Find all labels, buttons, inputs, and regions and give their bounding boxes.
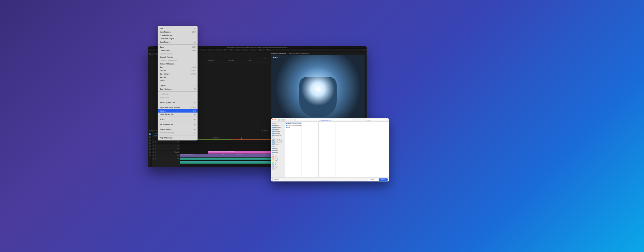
workspace-tab-audio[interactable]: Audio: [237, 49, 240, 51]
finder-row[interactable]: Old: [285, 126, 302, 128]
menu-item-close-all-other-projects: Close All Other Projects: [158, 59, 198, 62]
tool-palette[interactable]: [148, 132, 152, 167]
workspace-tab-assembly[interactable]: Assembly: [209, 49, 214, 51]
share-icon[interactable]: ⇪: [364, 49, 365, 51]
options-button[interactable]: Options: [272, 178, 281, 181]
menu-item-open-team-project[interactable]: Open Team Project...: [158, 37, 198, 40]
column-header[interactable]: Media: [249, 60, 269, 62]
track-head-a3[interactable]: A3: [152, 157, 180, 160]
menu-item-save[interactable]: Save⌘ S: [158, 66, 198, 69]
cancel-button[interactable]: Cancel: [367, 178, 377, 181]
menu-item-save-a-copy[interactable]: Save a Copy...⌥ ⌘ S: [158, 72, 198, 76]
media-header: Media: [271, 145, 285, 148]
menu-item-save-all[interactable]: Save All: [158, 76, 198, 79]
artlist-watermark: Artlist: [273, 56, 278, 58]
track-head-v2[interactable]: V2: [152, 143, 180, 147]
menu-item-capture[interactable]: Capture...F5: [158, 84, 198, 87]
finder-sidebar: Favorites RecentsApplicationsDesktopDocu…: [271, 122, 285, 177]
menu-item-import[interactable]: Import...⌘ I: [158, 109, 198, 113]
column-browser[interactable]: Adobe Prem...ro PreviewFast & Furio...ec…: [285, 122, 389, 177]
column-header[interactable]: Media End: [229, 60, 249, 62]
tags-header: Tags: [271, 154, 285, 156]
track-head-v1[interactable]: V1: [152, 147, 180, 150]
file-menu-dropdown: New▶Open Project...⌘ OOpen Production...…: [158, 26, 198, 140]
source-tab[interactable]: Source: (no clips): [149, 53, 158, 55]
menu-item-project-manager[interactable]: Project Manager...: [158, 136, 198, 139]
menu-item-production-settings: Production Settings▶: [158, 131, 198, 134]
menu-item-link-media: Link Media...: [158, 92, 198, 96]
menu-item-import-from-media-browser[interactable]: Import from Media Browser⌥ ⌘ I: [158, 106, 198, 109]
track-head-a2[interactable]: A2: [152, 154, 180, 157]
column-header[interactable]: Media Start: [208, 60, 228, 62]
menu-item-close-all-projects[interactable]: Close All Projects: [158, 55, 198, 59]
menu-item-adobe-dynamic-link[interactable]: Adobe Dynamic Link▶: [158, 101, 198, 104]
dialog-footer: Options Cancel Import: [271, 177, 389, 181]
preview-frame: [271, 55, 365, 128]
menu-item-refresh-all-projects[interactable]: Refresh All Projects: [158, 62, 198, 66]
menu-item-get-properties-for[interactable]: Get Properties for▶: [158, 123, 198, 126]
menu-item-open-recent[interactable]: Open Recent▶: [158, 40, 198, 44]
menu-item-close[interactable]: Close⌘ W: [158, 45, 198, 49]
video-clip[interactable]: AM014_: [221, 154, 236, 157]
menu-item-open-production[interactable]: Open Production...: [158, 34, 198, 37]
path-crumb[interactable]: 📁 Premiere Projects ⌄: [296, 119, 354, 121]
menu-item-project-settings[interactable]: Project Settings▶: [158, 128, 198, 131]
finder-toolbar: 📁 Premiere Projects ⌄ 🔍 Search: [271, 118, 389, 122]
workspace-tab-libraries[interactable]: Libraries: [259, 49, 264, 51]
workspace-tab-review[interactable]: Review: [267, 49, 271, 51]
menu-item-make-offline: Make Offline...: [158, 96, 198, 99]
project-items-count: 0 items: [263, 57, 266, 59]
home-icon[interactable]: ⌂: [150, 49, 152, 51]
traffic-lights[interactable]: [272, 119, 276, 120]
menu-item-export[interactable]: Export▶: [158, 118, 198, 121]
menu-item-revert[interactable]: Revert: [158, 79, 198, 82]
menu-item-close-production: Close Production: [158, 52, 198, 55]
menu-item-import-recent-file[interactable]: Import Recent File▶: [158, 113, 198, 116]
workspace-tab-effects[interactable]: Effects: [230, 49, 234, 51]
track-head-v3[interactable]: V3: [152, 140, 180, 143]
program-tab[interactable]: Audio Track Mixer: FF_Collection_FB: [289, 53, 309, 54]
menu-item-close-project[interactable]: Close Project⇧ ⌘ W: [158, 49, 198, 52]
traffic-lights[interactable]: [149, 46, 153, 47]
program-tab[interactable]: Program: FF_Collection_FB: [271, 53, 286, 54]
favorites-header: Favorites: [271, 122, 285, 125]
locations-header: Locations: [271, 137, 285, 139]
workspace-tab-learning[interactable]: Learning: [201, 49, 205, 51]
menu-item-save-as[interactable]: Save As...⇧ ⌘ S: [158, 69, 198, 72]
workspace-tab-captions[interactable]: Captions: [251, 49, 256, 51]
window-title: /Volumes/content_5/2021/Q2/SPK_June/AL.F…: [226, 47, 288, 48]
workspace-tab-graphics[interactable]: Graphics: [243, 49, 248, 51]
import-button[interactable]: Import: [379, 178, 388, 181]
workspace-tab-color[interactable]: Color: [224, 49, 226, 51]
program-monitor[interactable]: Artlist: [271, 55, 365, 128]
menu-item-open-project[interactable]: Open Project...⌘ O: [158, 30, 198, 34]
import-file-dialog: 📁 Premiere Projects ⌄ 🔍 Search Favorites…: [271, 118, 389, 181]
tag-gray[interactable]: Gray: [271, 168, 285, 170]
view-icon[interactable]: [283, 119, 285, 121]
video-clip[interactable]: AM016_Car_: [236, 154, 262, 157]
track-head-a1[interactable]: Audio 1: [152, 150, 180, 154]
menu-item-new[interactable]: New▶: [158, 27, 198, 30]
back-icon[interactable]: [278, 119, 280, 121]
track-headers[interactable]: V3V2V1Audio 1A2A3: [152, 140, 180, 167]
search-input[interactable]: 🔍 Search: [365, 119, 388, 121]
video-clip[interactable]: AM012_Police_Car_Late_Cop_Ra_: [180, 154, 221, 157]
ruler-mark: 00:00:07:00: [213, 137, 219, 139]
menu-item-batch-capture[interactable]: Batch Capture...F6: [158, 87, 198, 91]
forward-icon[interactable]: [281, 119, 282, 121]
workspace-tab-editing[interactable]: Editing: [217, 49, 221, 51]
